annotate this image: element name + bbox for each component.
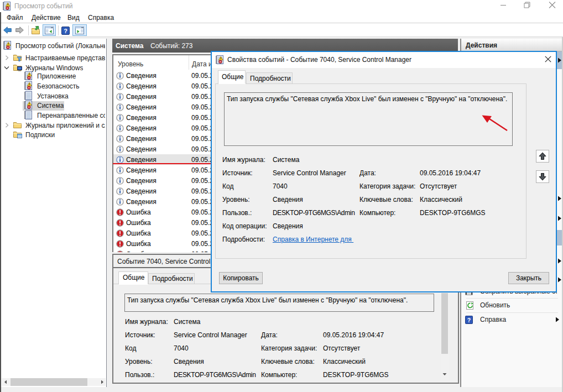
svg-text:?: ? [467, 317, 471, 323]
svg-text:?: ? [64, 28, 67, 34]
